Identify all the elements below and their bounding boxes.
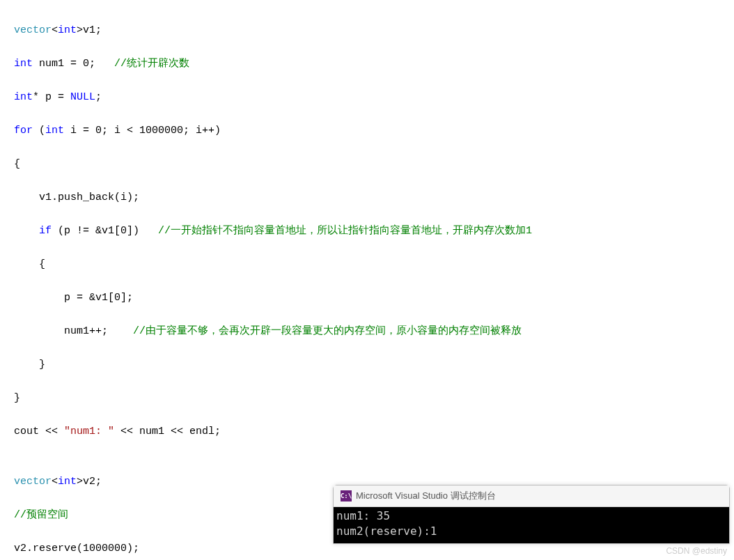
code-line: }: [14, 357, 734, 373]
code-editor[interactable]: vector<int>v1; int num1 = 0; //统计开辟次数 in…: [0, 0, 734, 560]
console-line: num1: 35: [336, 508, 726, 524]
code-line: if (p != &v1[0]) //一开始指针不指向容量首地址，所以让指针指向…: [14, 223, 734, 240]
debug-console-window[interactable]: C:\ Microsoft Visual Studio 调试控制台 num1: …: [333, 485, 730, 544]
code-line: int num1 = 0; //统计开辟次数: [14, 56, 734, 72]
console-title-text: Microsoft Visual Studio 调试控制台: [356, 490, 496, 502]
code-line: v1.push_back(i);: [14, 189, 734, 206]
code-line: vector<int>v1;: [14, 22, 734, 39]
code-line: num1++; //由于容量不够，会再次开辟一段容量更大的内存空间，原小容量的内…: [14, 323, 734, 340]
code-line: p = &v1[0];: [14, 290, 734, 306]
watermark: CSDN @edstiny: [666, 546, 727, 556]
code-line: int* p = NULL;: [14, 89, 734, 106]
console-line: num2(reserve):1: [336, 524, 726, 539]
code-line: for (int i = 0; i < 1000000; i++): [14, 123, 734, 139]
console-title-bar[interactable]: C:\ Microsoft Visual Studio 调试控制台: [334, 485, 729, 507]
vs-console-icon: C:\: [341, 490, 352, 501]
code-line: cout << "num1: " << num1 << endl;: [14, 423, 734, 440]
code-line: {: [14, 256, 734, 273]
code-line: {: [14, 156, 734, 173]
console-output: num1: 35 num2(reserve):1: [334, 507, 729, 543]
code-line: }: [14, 390, 734, 407]
